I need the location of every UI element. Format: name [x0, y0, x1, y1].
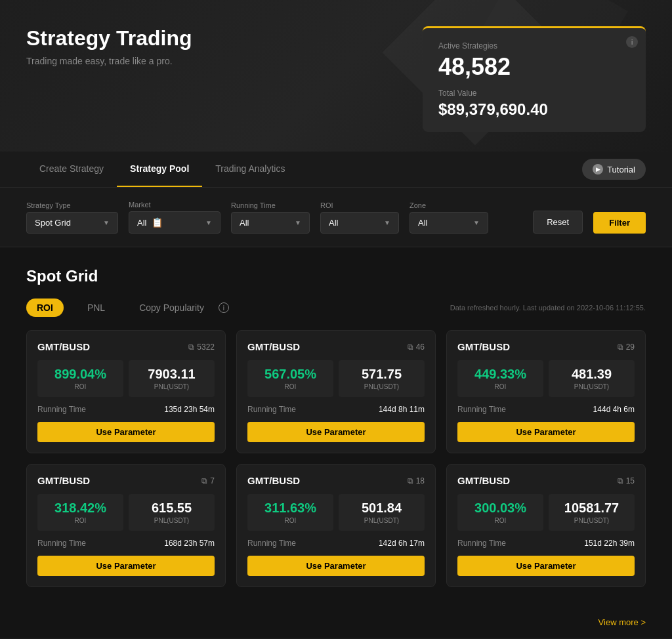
pnl-value: 481.39	[556, 367, 627, 382]
zone-select[interactable]: All ▼	[410, 212, 488, 234]
page-title: Strategy Trading	[26, 26, 192, 51]
card-pair: GMT/BUSD	[247, 475, 300, 486]
market-select[interactable]: All 📋 ▼	[129, 211, 220, 234]
copies-count: 46	[416, 342, 425, 352]
running-time-value: 142d 6h 17m	[379, 539, 425, 548]
roi-metric-box: 449.33% ROI	[457, 360, 543, 397]
pnl-metric-box: 571.75 PNL(USDT)	[339, 360, 425, 397]
use-parameter-button[interactable]: Use Parameter	[37, 556, 215, 576]
card-header: GMT/BUSD ⧉ 7	[37, 475, 215, 486]
running-time-label: Running Time	[247, 539, 296, 548]
copies-count: 7	[210, 476, 215, 485]
card-copies: ⧉ 7	[201, 476, 215, 485]
view-more-link[interactable]: View more >	[598, 617, 646, 627]
sort-tab-pnl[interactable]: PNL	[77, 299, 116, 317]
running-time-value: 151d 22h 39m	[584, 539, 635, 548]
roi-metric-box: 300.03% ROI	[457, 494, 543, 531]
tab-trading-analytics[interactable]: Trading Analytics	[202, 152, 298, 187]
tab-create-strategy[interactable]: Create Strategy	[26, 152, 117, 187]
running-time-chevron: ▼	[295, 219, 301, 226]
header-section: Strategy Trading Trading made easy, trad…	[0, 0, 672, 152]
running-time-label: Running Time	[37, 405, 86, 414]
card-metrics: 449.33% ROI 481.39 PNL(USDT)	[457, 360, 635, 397]
page-subtitle: Trading made easy, trade like a pro.	[26, 56, 192, 66]
header-left: Strategy Trading Trading made easy, trad…	[26, 26, 192, 66]
card-pair: GMT/BUSD	[247, 341, 300, 352]
cards-grid: GMT/BUSD ⧉ 5322 899.04% ROI 7903.11 PNL(…	[26, 330, 646, 587]
sort-tab-roi[interactable]: ROI	[26, 299, 64, 317]
card-running-time: Running Time 151d 22h 39m	[457, 539, 635, 548]
roi-label: ROI	[465, 383, 536, 390]
market-value: All	[137, 218, 146, 228]
card-copies: ⧉ 15	[618, 476, 635, 485]
view-more-bar: View more >	[0, 607, 672, 638]
card-copies: ⧉ 46	[408, 342, 425, 352]
strategy-type-select[interactable]: Spot Grid ▼	[26, 212, 118, 234]
use-parameter-button[interactable]: Use Parameter	[247, 422, 425, 442]
strategy-card: GMT/BUSD ⧉ 7 318.42% ROI 615.55 PNL(USDT…	[26, 464, 226, 587]
roi-label: ROI	[255, 383, 326, 390]
sort-bar: ROI PNL Copy Popularity i Data refreshed…	[26, 299, 646, 317]
roi-select[interactable]: All ▼	[320, 212, 399, 234]
card-header: GMT/BUSD ⧉ 5322	[37, 341, 215, 352]
running-time-label: Running Time	[457, 539, 506, 548]
use-parameter-button[interactable]: Use Parameter	[457, 556, 635, 576]
section-title: Spot Grid	[26, 267, 646, 285]
card-running-time: Running Time 142d 6h 17m	[247, 539, 425, 548]
use-parameter-button[interactable]: Use Parameter	[457, 422, 635, 442]
pnl-label: PNL(USDT)	[136, 383, 207, 390]
card-pair: GMT/BUSD	[37, 341, 90, 352]
card-header: GMT/BUSD ⧉ 29	[457, 341, 635, 352]
pnl-value: 7903.11	[136, 367, 207, 382]
card-running-time: Running Time 168d 23h 57m	[37, 539, 215, 548]
roi-chevron: ▼	[384, 219, 390, 226]
market-filter: Market All 📋 ▼	[129, 201, 220, 234]
card-metrics: 899.04% ROI 7903.11 PNL(USDT)	[37, 360, 215, 397]
filter-button[interactable]: Filter	[593, 212, 646, 234]
filter-section: Strategy Type Spot Grid ▼ Market All 📋 ▼…	[0, 188, 672, 247]
roi-value: 567.05%	[255, 367, 326, 382]
roi-value: 300.03%	[465, 501, 536, 516]
copies-count: 15	[626, 476, 635, 485]
running-time-label: Running Time	[247, 405, 296, 414]
running-time-select[interactable]: All ▼	[231, 212, 310, 234]
pnl-label: PNL(USDT)	[346, 517, 417, 524]
copy-popularity-info-icon[interactable]: i	[219, 302, 229, 313]
tutorial-button[interactable]: ▶ Tutorial	[582, 159, 646, 180]
tab-strategy-pool[interactable]: Strategy Pool	[117, 152, 202, 187]
strategy-type-value: Spot Grid	[35, 218, 71, 228]
strategy-card: GMT/BUSD ⧉ 46 567.05% ROI 571.75 PNL(USD…	[236, 330, 436, 453]
tutorial-icon: ▶	[593, 164, 603, 175]
sort-tab-copy-popularity[interactable]: Copy Popularity i	[129, 299, 229, 317]
card-pair: GMT/BUSD	[457, 341, 510, 352]
pnl-label: PNL(USDT)	[556, 383, 627, 390]
zone-filter: Zone All ▼	[410, 201, 488, 234]
strategy-card: GMT/BUSD ⧉ 15 300.03% ROI 10581.77 PNL(U…	[446, 464, 646, 587]
running-time-value: 135d 23h 54m	[164, 405, 215, 414]
pnl-value: 501.84	[346, 501, 417, 516]
running-time-filter: Running Time All ▼	[231, 201, 310, 234]
copy-icon: ⧉	[408, 476, 413, 485]
roi-value: 449.33%	[465, 367, 536, 382]
strategy-type-label: Strategy Type	[26, 201, 118, 209]
reset-button[interactable]: Reset	[533, 211, 583, 234]
use-parameter-button[interactable]: Use Parameter	[247, 556, 425, 576]
use-parameter-button[interactable]: Use Parameter	[37, 422, 215, 442]
running-time-value: 144d 8h 11m	[379, 405, 425, 414]
pnl-metric-box: 10581.77 PNL(USDT)	[549, 494, 635, 531]
strategy-type-chevron: ▼	[103, 219, 110, 226]
pnl-metric-box: 7903.11 PNL(USDT)	[129, 360, 215, 397]
running-time-value: 168d 23h 57m	[164, 539, 215, 548]
roi-label: ROI	[45, 517, 116, 524]
copies-count: 18	[416, 476, 425, 485]
running-time-label: Running Time	[37, 539, 86, 548]
stats-info-icon[interactable]: i	[626, 36, 638, 48]
pnl-metric-box: 501.84 PNL(USDT)	[339, 494, 425, 531]
card-running-time: Running Time 144d 8h 11m	[247, 405, 425, 414]
pnl-label: PNL(USDT)	[556, 517, 627, 524]
sort-tabs: ROI PNL Copy Popularity i	[26, 299, 229, 317]
roi-metric-box: 899.04% ROI	[37, 360, 123, 397]
pnl-value: 571.75	[346, 367, 417, 382]
total-value-label: Total Value	[438, 89, 630, 98]
total-value: $89,379,690.40	[438, 100, 630, 119]
